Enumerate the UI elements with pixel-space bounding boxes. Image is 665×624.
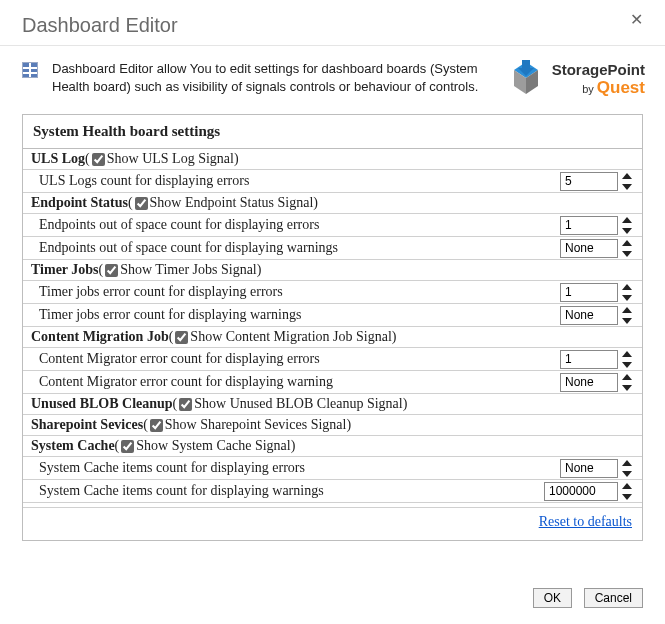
section-title: Timer Jobs [31,262,99,278]
chevron-up-icon[interactable] [622,240,632,246]
chevron-up-icon[interactable] [622,460,632,466]
cache-show-signal-checkbox[interactable] [121,440,134,453]
spinner[interactable] [622,240,634,257]
panel-title: System Health board settings [23,115,642,149]
chevron-down-icon[interactable] [622,295,632,301]
row-label: Content Migrator error count for display… [39,351,320,367]
chevron-up-icon[interactable] [622,307,632,313]
cancel-button[interactable]: Cancel [584,588,643,608]
spinner[interactable] [622,483,634,500]
dialog-title: Dashboard Editor [0,0,665,46]
section-title: System Cache [31,438,115,454]
spinner[interactable] [622,173,634,190]
cache-errors-row: System Cache items count for displaying … [23,457,642,480]
section-endpoint-status: Endpoint Status (Show Endpoint Status Si… [23,193,642,214]
cache-warnings-input[interactable] [544,482,618,501]
intro-text: Dashboard Editor allow You to edit setti… [52,60,508,95]
row-label: ULS Logs count for displaying errors [39,173,249,189]
migration-errors-input[interactable] [560,350,618,369]
migration-show-signal-checkbox[interactable] [175,331,188,344]
chevron-down-icon[interactable] [622,385,632,391]
reset-row: Reset to defaults [23,508,642,540]
chevron-up-icon[interactable] [622,217,632,223]
migration-errors-row: Content Migrator error count for display… [23,348,642,371]
brand-logo: StoragePoint by Quest [508,60,645,98]
spinner[interactable] [622,217,634,234]
endpoint-show-signal-checkbox[interactable] [135,197,148,210]
endpoint-warnings-row: Endpoints out of space count for display… [23,237,642,260]
checkbox-label: Show Timer Jobs Signal [120,262,257,278]
endpoint-errors-input[interactable] [560,216,618,235]
chevron-up-icon[interactable] [622,173,632,179]
checkbox-label: Show Unused BLOB Cleanup Signal [194,396,402,412]
intro-row: Dashboard Editor allow You to edit setti… [0,46,665,108]
chevron-down-icon[interactable] [622,251,632,257]
chevron-down-icon[interactable] [622,494,632,500]
timer-show-signal-checkbox[interactable] [105,264,118,277]
table-icon [22,62,38,78]
chevron-down-icon[interactable] [622,362,632,368]
section-title: ULS Log [31,151,85,167]
row-label: Content Migrator error count for display… [39,374,333,390]
row-label: System Cache items count for displaying … [39,460,305,476]
timer-warnings-input[interactable] [560,306,618,325]
chevron-down-icon[interactable] [622,471,632,477]
ok-button[interactable]: OK [533,588,572,608]
row-label: Endpoints out of space count for display… [39,240,338,256]
endpoint-warnings-input[interactable] [560,239,618,258]
uls-errors-row: ULS Logs count for displaying errors [23,170,642,193]
chevron-up-icon[interactable] [622,351,632,357]
spinner[interactable] [622,284,634,301]
spinner[interactable] [622,307,634,324]
sps-show-signal-checkbox[interactable] [150,419,163,432]
row-label: Endpoints out of space count for display… [39,217,319,233]
section-sharepoint-services: Sharepoint Sevices (Show Sharepoint Sevi… [23,415,642,436]
section-unused-blob-cleanup: Unused BLOB Cleanup (Show Unused BLOB Cl… [23,394,642,415]
spinner[interactable] [622,460,634,477]
checkbox-label: Show Sharepoint Sevices Signal [165,417,347,433]
timer-warnings-row: Timer jobs error count for displaying wa… [23,304,642,327]
timer-errors-row: Timer jobs error count for displaying er… [23,281,642,304]
spinner[interactable] [622,351,634,368]
chevron-up-icon[interactable] [622,483,632,489]
spinner[interactable] [622,374,634,391]
checkbox-label: Show ULS Log Signal [107,151,234,167]
close-icon[interactable]: ✕ [630,10,643,29]
section-content-migration: Content Migration Job (Show Content Migr… [23,327,642,348]
section-timer-jobs: Timer Jobs (Show Timer Jobs Signal) [23,260,642,281]
blob-show-signal-checkbox[interactable] [179,398,192,411]
uls-show-signal-checkbox[interactable] [92,153,105,166]
chevron-down-icon[interactable] [622,184,632,190]
dashboard-editor-dialog: ✕ Dashboard Editor Dashboard Editor allo… [0,0,665,624]
checkbox-label: Show Content Migration Job Signal [190,329,391,345]
uls-errors-input[interactable] [560,172,618,191]
section-title: Endpoint Status [31,195,128,211]
brand-product: StoragePoint [552,61,645,78]
reset-to-defaults-link[interactable]: Reset to defaults [539,514,632,529]
section-title: Content Migration Job [31,329,169,345]
storagepoint-icon [508,60,544,98]
settings-panel: System Health board settings ULS Log (Sh… [22,114,643,541]
chevron-up-icon[interactable] [622,284,632,290]
row-label: Timer jobs error count for displaying er… [39,284,283,300]
chevron-down-icon[interactable] [622,318,632,324]
section-system-cache: System Cache (Show System Cache Signal) [23,436,642,457]
chevron-up-icon[interactable] [622,374,632,380]
timer-errors-input[interactable] [560,283,618,302]
row-label: System Cache items count for displaying … [39,483,324,499]
checkbox-label: Show System Cache Signal [136,438,290,454]
migration-warnings-input[interactable] [560,373,618,392]
section-uls-log: ULS Log (Show ULS Log Signal) [23,149,642,170]
endpoint-errors-row: Endpoints out of space count for display… [23,214,642,237]
row-label: Timer jobs error count for displaying wa… [39,307,301,323]
migration-warnings-row: Content Migrator error count for display… [23,371,642,394]
chevron-down-icon[interactable] [622,228,632,234]
checkbox-label: Show Endpoint Status Signal [150,195,314,211]
cache-errors-input[interactable] [560,459,618,478]
brand-vendor: Quest [597,78,645,97]
dialog-footer: OK Cancel [525,588,643,608]
brand-by: by [582,83,594,95]
cache-warnings-row: System Cache items count for displaying … [23,480,642,503]
section-title: Unused BLOB Cleanup [31,396,173,412]
section-title: Sharepoint Sevices [31,417,143,433]
